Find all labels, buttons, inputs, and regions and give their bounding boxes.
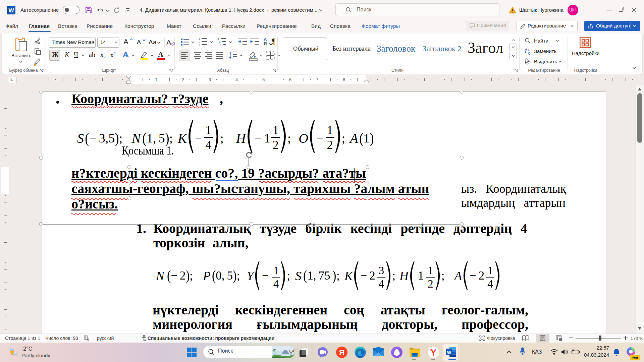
svg-text:i: i [220, 44, 221, 46]
svg-text:c: c [528, 51, 530, 55]
svg-text:Я: Я [339, 348, 344, 357]
svg-text:a: a [219, 41, 221, 44]
svg-text:1: 1 [218, 38, 219, 41]
svg-text:W: W [447, 350, 451, 355]
svg-text:3: 3 [199, 43, 200, 46]
svg-text:W: W [8, 7, 14, 14]
